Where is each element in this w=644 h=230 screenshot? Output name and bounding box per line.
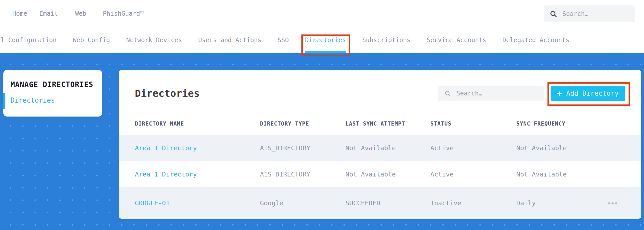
directories-search-input[interactable] bbox=[456, 90, 526, 97]
search-icon bbox=[444, 90, 451, 97]
sidebar-item-directories[interactable]: Directories bbox=[11, 96, 102, 104]
row-actions-menu-icon[interactable]: ●●● bbox=[608, 201, 618, 205]
manage-directories-card: MANAGE DIRECTORIES Directories bbox=[3, 70, 102, 117]
directory-name-link[interactable]: GOOGLE-01 bbox=[135, 199, 260, 207]
sidebar-card-title: MANAGE DIRECTORIES bbox=[11, 80, 102, 89]
nav-item-web[interactable]: Web bbox=[75, 10, 86, 17]
add-directory-button[interactable]: + Add Directory bbox=[551, 86, 625, 101]
section-tab-bar: l Configuration Web Config Network Devic… bbox=[0, 27, 644, 53]
sidebar-active-indicator bbox=[3, 93, 5, 109]
tab-directories[interactable]: Directories bbox=[305, 27, 346, 53]
tab-service-accounts[interactable]: Service Accounts bbox=[427, 27, 486, 53]
directory-type-cell: Google bbox=[260, 199, 345, 207]
sync-frequency-cell: Not Available bbox=[516, 171, 601, 178]
tab-label: Subscriptions bbox=[362, 37, 411, 44]
tab-label: l Configuration bbox=[1, 37, 57, 44]
tab-label: SSO bbox=[278, 37, 289, 44]
table-row: Area 1 Directory A1S_DIRECTORY Not Avail… bbox=[135, 135, 625, 161]
column-header-last-sync-attempt: LAST SYNC ATTEMPT bbox=[345, 121, 430, 127]
table-row: Area 1 Directory A1S_DIRECTORY Not Avail… bbox=[135, 161, 625, 187]
page-title: Directories bbox=[135, 88, 200, 99]
tab-web-config[interactable]: Web Config bbox=[73, 27, 110, 53]
top-nav-bar: Home Email Web PhishGuard™ bbox=[0, 0, 644, 27]
tab-label: Directories bbox=[305, 37, 346, 44]
tab-users-and-actions[interactable]: Users and Actions bbox=[198, 27, 262, 53]
table-row: GOOGLE-01 Google SUCCEEDED Inactive Dail… bbox=[135, 187, 625, 219]
directories-card: Directories + Add Directory bbox=[119, 70, 641, 219]
app-root: Home Email Web PhishGuard™ l Configurati… bbox=[0, 0, 644, 230]
directory-name-link[interactable]: Area 1 Directory bbox=[135, 171, 260, 178]
tab-network-devices[interactable]: Network Devices bbox=[126, 27, 182, 53]
add-directory-label: Add Directory bbox=[566, 90, 619, 97]
plus-icon: + bbox=[557, 89, 562, 98]
directory-type-cell: A1S_DIRECTORY bbox=[260, 144, 345, 152]
status-cell: Active bbox=[430, 171, 516, 178]
status-cell: Active bbox=[430, 144, 516, 152]
global-search-input[interactable] bbox=[562, 10, 622, 17]
tab-subscriptions[interactable]: Subscriptions bbox=[362, 27, 411, 53]
tab-label: Delegated Accounts bbox=[502, 37, 569, 44]
tab-label: Users and Actions bbox=[198, 37, 262, 44]
directory-type-cell: A1S_DIRECTORY bbox=[260, 171, 345, 178]
nav-item-email[interactable]: Email bbox=[39, 10, 58, 17]
global-search[interactable] bbox=[544, 5, 635, 22]
directory-name-link[interactable]: Area 1 Directory bbox=[135, 144, 260, 152]
table-header-row: DIRECTORY NAME DIRECTORY TYPE LAST SYNC … bbox=[135, 113, 625, 135]
nav-item-home[interactable]: Home bbox=[12, 10, 27, 17]
tab-email-configuration[interactable]: l Configuration bbox=[1, 27, 57, 53]
column-header-status: STATUS bbox=[430, 121, 516, 127]
add-directory-wrap: + Add Directory bbox=[551, 86, 625, 101]
card-header-actions: + Add Directory bbox=[438, 86, 625, 101]
tab-label: Network Devices bbox=[126, 37, 182, 44]
tab-sso[interactable]: SSO bbox=[278, 27, 289, 53]
last-sync-cell: SUCCEEDED bbox=[345, 199, 430, 207]
directories-table: DIRECTORY NAME DIRECTORY TYPE LAST SYNC … bbox=[135, 101, 625, 219]
active-tab-underline bbox=[305, 51, 346, 53]
last-sync-cell: Not Available bbox=[345, 171, 430, 178]
directories-card-header: Directories + Add Directory bbox=[135, 85, 625, 101]
column-header-directory-name: DIRECTORY NAME bbox=[135, 121, 260, 127]
column-header-directory-type: DIRECTORY TYPE bbox=[260, 121, 345, 127]
tab-label: Web Config bbox=[73, 37, 110, 44]
tab-delegated-accounts[interactable]: Delegated Accounts bbox=[502, 27, 569, 53]
row-menu-cell: ●●● bbox=[601, 201, 625, 205]
nav-item-phishguard[interactable]: PhishGuard™ bbox=[103, 10, 144, 17]
search-icon bbox=[550, 10, 557, 18]
sync-frequency-cell: Daily bbox=[516, 199, 601, 207]
tab-label: Service Accounts bbox=[427, 37, 486, 44]
sync-frequency-cell: Not Available bbox=[516, 144, 601, 152]
top-nav: Home Email Web PhishGuard™ bbox=[0, 10, 144, 17]
last-sync-cell: Not Available bbox=[345, 144, 430, 152]
directories-search[interactable] bbox=[438, 86, 544, 101]
status-cell: Inactive bbox=[430, 199, 516, 207]
column-header-sync-frequency: SYNC FREQUENCY bbox=[516, 121, 601, 127]
